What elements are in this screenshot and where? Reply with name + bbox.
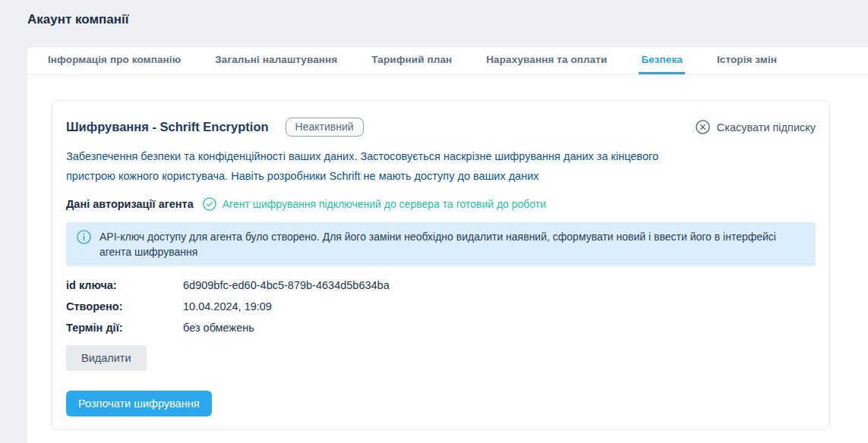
card-title: Шифрування - Schrift Encryption (66, 120, 269, 134)
tab-tariff-plan[interactable]: Тарифний план (369, 47, 454, 74)
api-key-info-text: API-ключ доступу для агента було створен… (99, 229, 803, 259)
tab-general-settings[interactable]: Загальні налаштування (213, 47, 339, 74)
tab-change-history[interactable]: Історія змін (715, 47, 779, 74)
tab-company-info[interactable]: Інформація про компанію (46, 47, 183, 74)
encryption-description: Забезпечення безпеки та конфіденційності… (66, 146, 674, 186)
key-details: id ключа: 6d909bfc-ed60-4bc5-879b-4634d5… (66, 278, 816, 335)
agent-status-text: Агент шифрування підключений до сервера … (223, 198, 546, 210)
content-panel: Інформація про компанію Загальні налашту… (27, 47, 868, 443)
page-title: Акаунт компанії (27, 12, 868, 27)
tab-security[interactable]: Безпека (639, 47, 685, 74)
tab-billing[interactable]: Нарахування та оплати (484, 47, 609, 74)
x-circle-icon (696, 120, 710, 134)
key-created-label: Створено: (66, 300, 183, 314)
cancel-subscription-button[interactable]: Скасувати підписку (696, 120, 816, 134)
agent-status: Агент шифрування підключений до сервера … (203, 197, 546, 211)
api-key-info-alert: API-ключ доступу для агента було створен… (66, 222, 816, 266)
key-id-label: id ключа: (66, 278, 183, 293)
status-badge: Неактивний (286, 118, 364, 137)
info-circle-icon (77, 230, 91, 259)
agent-auth-label: Дані авторизації агента (66, 198, 194, 210)
key-detail-row-id: id ключа: 6d909bfc-ed60-4bc5-879b-4634d5… (66, 278, 816, 293)
key-expiry-label: Термін дії: (66, 321, 183, 335)
agent-auth-row: Дані авторизації агента Агент шифрування… (66, 197, 816, 211)
delete-key-button[interactable]: Видалити (66, 345, 147, 371)
start-encryption-button[interactable]: Розпочати шифрування (66, 391, 212, 416)
card-header-row: Шифрування - Schrift Encryption Неактивн… (66, 118, 816, 137)
tabbar: Інформація про компанію Загальні налашту… (27, 47, 868, 75)
encryption-card: Шифрування - Schrift Encryption Неактивн… (52, 100, 830, 430)
key-detail-row-created: Створено: 10.04.2024, 19:09 (66, 300, 816, 314)
cancel-subscription-label: Скасувати підписку (717, 121, 816, 134)
key-created-value: 10.04.2024, 19:09 (183, 300, 272, 314)
check-circle-icon (203, 197, 216, 211)
key-id-value: 6d909bfc-ed60-4bc5-879b-4634d5b634ba (183, 278, 390, 293)
page-header: Акаунт компанії (0, 0, 868, 47)
key-expiry-value: без обмежень (183, 321, 254, 335)
key-detail-row-expiry: Термін дії: без обмежень (66, 321, 816, 335)
